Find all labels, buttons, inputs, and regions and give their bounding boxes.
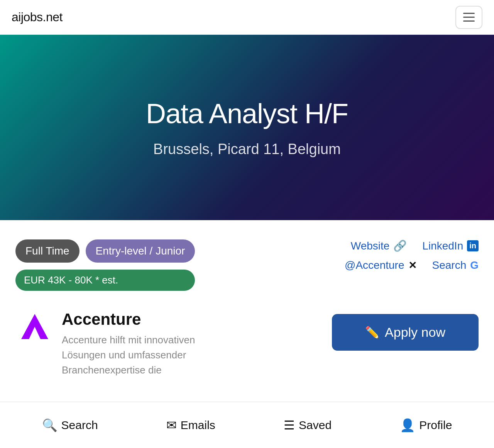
logo: aijobs.net <box>12 10 63 24</box>
header: aijobs.net <box>0 0 494 35</box>
company-name: Accenture <box>62 310 216 329</box>
nav-search[interactable]: 🔍 Search <box>42 418 98 433</box>
email-icon: ✉ <box>166 418 177 433</box>
company-info: Accenture Accenture hilft mit innovative… <box>62 310 216 378</box>
google-icon: G <box>470 259 479 272</box>
nav-emails[interactable]: ✉ Emails <box>166 418 215 433</box>
logo-normal: jobs.net <box>21 10 63 24</box>
apply-label: Apply now <box>385 325 445 340</box>
salary-tag: EUR 43K - 80K * est. <box>15 270 195 291</box>
saved-icon: ☰ <box>284 418 295 433</box>
twitter-link[interactable]: @Accenture ✕ <box>345 259 417 272</box>
job-location: Brussels, Picard 11, Belgium <box>153 141 341 158</box>
logo-bold: ai <box>12 10 21 24</box>
linkedin-link[interactable]: LinkedIn in <box>422 240 479 252</box>
menu-button[interactable] <box>455 6 482 29</box>
search-icon: 🔍 <box>42 418 58 433</box>
hero-banner: Data Analyst H/F Brussels, Picard 11, Be… <box>0 35 494 220</box>
google-search-link[interactable]: Search G <box>432 259 479 272</box>
level-tag: Entry-level / Junior <box>86 239 195 263</box>
svg-marker-0 <box>21 314 48 339</box>
hamburger-line-1 <box>463 13 475 14</box>
links-row-top: Website 🔗 LinkedIn in <box>351 239 479 252</box>
tags-left: Full Time Entry-level / Junior EUR 43K -… <box>15 239 195 291</box>
company-left: Accenture Accenture hilft mit innovative… <box>15 310 216 378</box>
company-description: Accenture hilft mit innovativen Lösungen… <box>62 333 216 378</box>
search-label: Search <box>432 259 467 272</box>
apply-icon: ✏️ <box>365 326 379 339</box>
bottom-nav: 🔍 Search ✉ Emails ☰ Saved 👤 Profile <box>0 402 494 448</box>
tags-top: Full Time Entry-level / Junior <box>15 239 195 263</box>
accenture-logo-icon <box>17 312 48 343</box>
nav-profile[interactable]: 👤 Profile <box>400 418 452 433</box>
links-row-bottom: @Accenture ✕ Search G <box>345 259 479 272</box>
nav-saved-label: Saved <box>299 419 332 432</box>
tags-row: Full Time Entry-level / Junior EUR 43K -… <box>15 239 479 291</box>
apply-now-button[interactable]: ✏️ Apply now <box>332 314 479 351</box>
content-section: Full Time Entry-level / Junior EUR 43K -… <box>0 220 494 393</box>
chain-icon: 🔗 <box>393 239 407 252</box>
nav-emails-label: Emails <box>181 419 215 432</box>
job-title: Data Analyst H/F <box>146 98 348 129</box>
nav-saved-inner: ☰ Saved <box>284 418 332 433</box>
linkedin-icon: in <box>467 240 479 251</box>
nav-emails-inner: ✉ Emails <box>166 418 215 433</box>
hamburger-line-2 <box>463 17 475 18</box>
links-right: Website 🔗 LinkedIn in @Accenture ✕ Searc… <box>345 239 479 272</box>
twitter-label: @Accenture <box>345 259 404 272</box>
nav-search-label: Search <box>61 419 98 432</box>
nav-saved[interactable]: ☰ Saved <box>284 418 332 433</box>
fulltime-tag: Full Time <box>15 239 80 263</box>
profile-icon: 👤 <box>400 418 415 433</box>
hamburger-line-3 <box>463 20 475 22</box>
company-logo <box>15 310 50 345</box>
company-section: Accenture Accenture hilft mit innovative… <box>15 310 479 378</box>
website-link[interactable]: Website 🔗 <box>351 239 407 252</box>
nav-profile-inner: 👤 Profile <box>400 418 452 433</box>
website-label: Website <box>351 240 390 252</box>
x-icon: ✕ <box>408 260 417 272</box>
nav-profile-label: Profile <box>419 419 452 432</box>
linkedin-label: LinkedIn <box>422 240 463 252</box>
nav-search-inner: 🔍 Search <box>42 418 98 433</box>
